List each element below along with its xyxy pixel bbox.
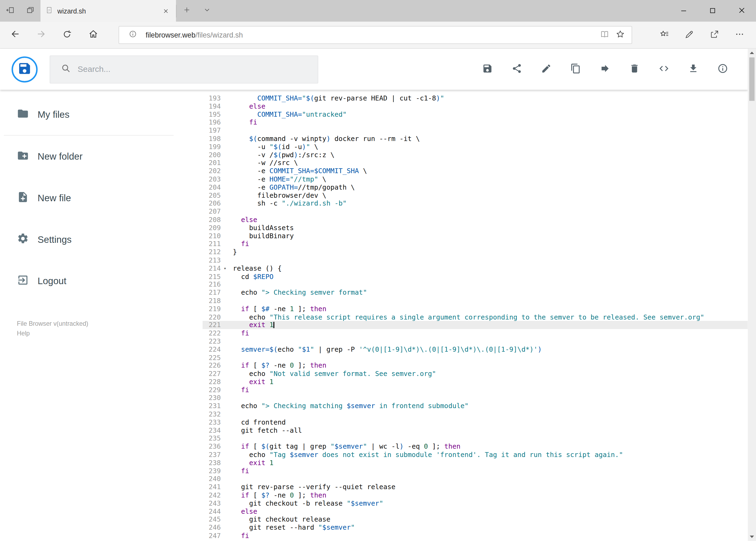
- sidebar-item-new-file[interactable]: New file: [0, 177, 202, 219]
- sidebar-item-logout[interactable]: Logout: [0, 260, 202, 302]
- code-line[interactable]: 206 sh -c "./wizard.sh -b": [202, 199, 748, 208]
- share-file-button[interactable]: [506, 55, 528, 84]
- save-button[interactable]: [477, 55, 498, 84]
- code-line[interactable]: 243 git checkout -b release "$semver": [202, 499, 748, 507]
- scroll-down-button[interactable]: [748, 533, 756, 541]
- code-line[interactable]: 229 fi: [202, 386, 748, 394]
- code-line[interactable]: 228 exit 1: [202, 378, 748, 386]
- code-line[interactable]: 239 fi: [202, 467, 748, 475]
- code-line[interactable]: 209 buildAssets: [202, 224, 748, 232]
- share-button[interactable]: [702, 22, 727, 48]
- info-button[interactable]: [712, 55, 733, 84]
- browser-tab[interactable]: wizard.sh: [41, 0, 176, 22]
- code-line[interactable]: 197: [202, 126, 748, 135]
- forward-button[interactable]: [28, 22, 54, 48]
- code-line[interactable]: 220 echo "This release script requires a…: [202, 313, 748, 321]
- scroll-up-button[interactable]: [748, 49, 756, 57]
- reading-view-button[interactable]: [597, 27, 613, 43]
- address-bar[interactable]: filebrowser.web/files/wizard.sh: [119, 26, 632, 44]
- code-line[interactable]: 213: [202, 256, 748, 264]
- window-close-button[interactable]: [727, 0, 756, 22]
- code-line[interactable]: 196 fi: [202, 118, 748, 126]
- hub-button[interactable]: [652, 22, 677, 48]
- code-line[interactable]: 207: [202, 208, 748, 216]
- download-button[interactable]: [682, 55, 704, 84]
- source-view-button[interactable]: [653, 55, 675, 84]
- code-line[interactable]: 210 buildBinary: [202, 232, 748, 240]
- code-line[interactable]: 236 if [ $(git tag | grep "$semver" | wc…: [202, 443, 748, 451]
- home-button[interactable]: [80, 22, 106, 48]
- code-line[interactable]: 200 -v /$(pwd):/src:z \: [202, 151, 748, 159]
- code-line[interactable]: 226 if [ $? -ne 0 ]; then: [202, 362, 748, 370]
- code-line[interactable]: 219 if [ $# -ne 1 ]; then: [202, 305, 748, 313]
- web-note-button[interactable]: [677, 22, 702, 48]
- tab-close-button[interactable]: [160, 6, 171, 16]
- code-line[interactable]: 234 git fetch --all: [202, 426, 748, 435]
- code-line[interactable]: 242 if [ $? -ne 0 ]; then: [202, 491, 748, 499]
- code-line[interactable]: 247 fi: [202, 532, 748, 540]
- code-line[interactable]: 205 filebrowser/dev \: [202, 191, 748, 199]
- code-line[interactable]: 245 git checkout release: [202, 516, 748, 524]
- copy-button[interactable]: [565, 55, 587, 84]
- app-logo[interactable]: [12, 56, 38, 82]
- code-line[interactable]: 208 else: [202, 216, 748, 224]
- code-line[interactable]: 216: [202, 280, 748, 288]
- scrollbar-thumb[interactable]: [749, 58, 755, 101]
- code-line[interactable]: 237 echo "Tag $semver does not exist in …: [202, 451, 748, 459]
- page-scrollbar[interactable]: [748, 49, 756, 541]
- back-button[interactable]: [2, 22, 28, 48]
- fold-marker-icon[interactable]: ▾: [221, 264, 230, 272]
- sidebar-item-settings[interactable]: Settings: [0, 219, 202, 260]
- code-editor[interactable]: 193 COMMIT_SHA="$(git rev-parse HEAD | c…: [202, 90, 748, 541]
- code-line[interactable]: 211 fi: [202, 240, 748, 248]
- code-line[interactable]: 225: [202, 353, 748, 362]
- code-line[interactable]: 244 else: [202, 507, 748, 516]
- code-line[interactable]: 215 cd $REPO: [202, 272, 748, 280]
- search-bar[interactable]: [50, 55, 318, 84]
- code-line[interactable]: 222 fi: [202, 329, 748, 337]
- favorite-button[interactable]: [613, 27, 628, 43]
- code-line[interactable]: 240: [202, 475, 748, 483]
- tab-previews-button[interactable]: [20, 0, 41, 22]
- code-line[interactable]: 218: [202, 296, 748, 305]
- code-line[interactable]: 193 COMMIT_SHA="$(git rev-parse HEAD | c…: [202, 94, 748, 102]
- delete-button[interactable]: [624, 55, 645, 84]
- code-line[interactable]: 246 git reset --hard "$semver": [202, 524, 748, 532]
- tab-list-dropdown-button[interactable]: [197, 0, 217, 22]
- sidebar-item-my-files[interactable]: My files: [0, 94, 202, 135]
- code-line[interactable]: 199 -u "$(id -u)" \: [202, 143, 748, 151]
- code-line[interactable]: 195 COMMIT_SHA="untracked": [202, 110, 748, 118]
- code-line[interactable]: 231 echo "> Checking matching $semver in…: [202, 402, 748, 410]
- code-line[interactable]: 238 exit 1: [202, 459, 748, 467]
- code-line[interactable]: 194 else: [202, 102, 748, 110]
- code-line[interactable]: 214▾release () {: [202, 264, 748, 272]
- refresh-button[interactable]: [54, 22, 80, 48]
- code-line[interactable]: 241 git rev-parse --verify --quiet relea…: [202, 483, 748, 491]
- code-line[interactable]: 230: [202, 394, 748, 402]
- new-tab-button[interactable]: [176, 0, 197, 22]
- code-line[interactable]: 221 exit 1: [202, 321, 748, 329]
- search-input[interactable]: [78, 64, 310, 74]
- window-maximize-button[interactable]: [698, 0, 727, 22]
- code-line[interactable]: 198 $(command -v winpty) docker run --rm…: [202, 135, 748, 143]
- code-line[interactable]: 204 -e GOPATH=//tmp/gopath \: [202, 183, 748, 191]
- code-line[interactable]: 224 semver=$(echo "$1" | grep -P '^v(0|[…: [202, 345, 748, 353]
- rename-button[interactable]: [536, 55, 557, 84]
- code-line[interactable]: 212}: [202, 248, 748, 256]
- code-line[interactable]: 232: [202, 410, 748, 418]
- sidebar-item-new-folder[interactable]: New folder: [0, 136, 202, 177]
- set-tabs-aside-button[interactable]: [0, 0, 20, 22]
- code-line[interactable]: 235: [202, 435, 748, 443]
- more-button[interactable]: [727, 22, 752, 48]
- window-minimize-button[interactable]: [669, 0, 698, 22]
- move-button[interactable]: [595, 55, 616, 84]
- code-line[interactable]: 217 echo "> Checking semver format": [202, 288, 748, 296]
- code-line[interactable]: 223: [202, 337, 748, 345]
- code-line[interactable]: 203 -e HOME="//tmp" \: [202, 175, 748, 183]
- help-link[interactable]: Help: [17, 329, 203, 338]
- code-line[interactable]: 201 -w //src \: [202, 159, 748, 167]
- code-line[interactable]: 227 echo "Not valid semver format. See s…: [202, 370, 748, 378]
- code-line[interactable]: 202 -e COMMIT_SHA=$COMMIT_SHA \: [202, 167, 748, 175]
- code-line[interactable]: 233 cd frontend: [202, 418, 748, 426]
- site-info-button[interactable]: [125, 27, 140, 43]
